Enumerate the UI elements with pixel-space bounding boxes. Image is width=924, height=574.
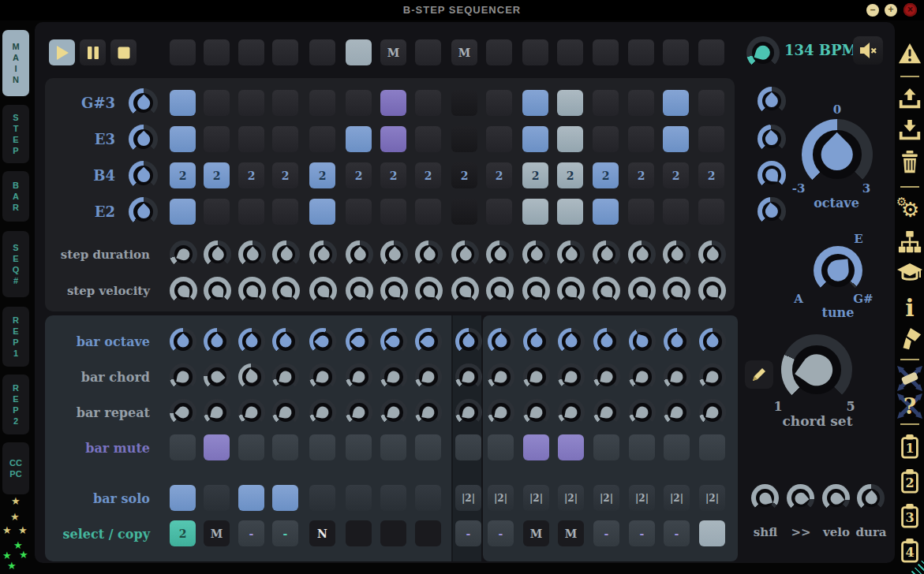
step-duration-knob-4[interactable] xyxy=(272,240,300,268)
bar-chord-knob-9[interactable] xyxy=(455,363,482,390)
step-E3-12[interactable] xyxy=(557,126,583,152)
step-velocity-knob-7[interactable] xyxy=(380,277,408,304)
top-step-16[interactable] xyxy=(698,39,724,65)
mini-knob-velo[interactable] xyxy=(822,484,850,512)
step-E3-1[interactable] xyxy=(170,126,196,152)
bar-chord-knob-5[interactable] xyxy=(309,363,336,390)
step-duration-knob-5[interactable] xyxy=(309,240,337,268)
bar-chord-knob-2[interactable] xyxy=(204,363,230,390)
bar-solo-8[interactable] xyxy=(415,485,441,511)
top-step-1[interactable] xyxy=(170,39,196,65)
step-G#3-3[interactable] xyxy=(238,90,264,116)
top-step-9[interactable]: M xyxy=(451,39,477,65)
bar-chord-knob-10[interactable] xyxy=(488,363,514,390)
row-octave-knob-2[interactable] xyxy=(758,125,786,153)
sidebar-tab-main[interactable]: MAIN xyxy=(2,30,29,96)
bar-repeat-knob-9[interactable] xyxy=(455,399,482,426)
note-row-knob-1[interactable] xyxy=(129,88,158,117)
bar-chord-knob-7[interactable] xyxy=(380,363,407,390)
sitemap-icon[interactable] xyxy=(896,228,923,256)
bar-octave-knob-11[interactable] xyxy=(523,328,550,355)
bar-mute-14[interactable] xyxy=(629,434,655,460)
bar-solo-1[interactable] xyxy=(170,485,196,511)
top-step-8[interactable] xyxy=(415,39,441,65)
select---copy-6[interactable] xyxy=(346,520,372,546)
step-B4-15[interactable]: 2 xyxy=(663,162,689,188)
step-velocity-knob-4[interactable] xyxy=(272,277,300,304)
row-octave-knob-3[interactable] xyxy=(758,161,786,189)
chord-edit-button[interactable] xyxy=(745,360,773,389)
bar-solo-2[interactable] xyxy=(204,485,230,511)
step-velocity-knob-10[interactable] xyxy=(486,277,514,304)
bar-repeat-knob-13[interactable] xyxy=(593,399,620,426)
select---copy-1[interactable]: 2 xyxy=(170,520,196,546)
step-E2-1[interactable] xyxy=(170,199,196,225)
top-step-15[interactable] xyxy=(663,39,689,65)
step-B4-11[interactable]: 2 xyxy=(522,162,548,188)
step-E2-5[interactable] xyxy=(309,199,335,225)
bar-octave-knob-16[interactable] xyxy=(699,328,726,355)
sidebar-tab-ccpc[interactable]: CCPC xyxy=(2,442,29,494)
bar-repeat-knob-2[interactable] xyxy=(204,399,230,426)
bar-chord-knob-6[interactable] xyxy=(346,363,372,390)
top-step-6[interactable] xyxy=(346,39,372,65)
select---copy-9[interactable]: - xyxy=(455,520,481,546)
step-E2-10[interactable] xyxy=(486,199,512,225)
stop-button[interactable] xyxy=(110,39,137,65)
bar-chord-knob-11[interactable] xyxy=(523,363,550,390)
step-G#3-13[interactable] xyxy=(593,90,619,116)
favorite-star-2-3[interactable]: ★ xyxy=(18,525,28,535)
step-velocity-knob-8[interactable] xyxy=(415,277,443,304)
learn-icon[interactable] xyxy=(896,259,923,288)
bar-mute-4[interactable] xyxy=(272,434,298,460)
step-B4-5[interactable]: 2 xyxy=(309,162,335,188)
info-icon[interactable]: i xyxy=(896,293,923,322)
step-B4-13[interactable]: 2 xyxy=(593,162,619,188)
bar-mute-6[interactable] xyxy=(346,434,372,460)
step-E3-6[interactable] xyxy=(346,126,372,152)
step-G#3-16[interactable] xyxy=(698,90,724,116)
step-G#3-9[interactable] xyxy=(451,90,477,116)
bar-mute-8[interactable] xyxy=(415,434,441,460)
step-velocity-knob-3[interactable] xyxy=(238,277,266,304)
step-velocity-knob-9[interactable] xyxy=(451,277,479,304)
select---copy-7[interactable] xyxy=(380,520,406,546)
clipboard-2-icon[interactable]: 2 xyxy=(896,467,923,495)
select---copy-10[interactable]: - xyxy=(488,520,514,546)
bar-mute-7[interactable] xyxy=(380,434,406,460)
select---copy-5[interactable]: N xyxy=(309,520,335,546)
bar-mute-9[interactable] xyxy=(455,434,481,460)
top-step-12[interactable] xyxy=(557,39,583,65)
step-E3-9[interactable] xyxy=(451,126,477,152)
bar-chord-knob-8[interactable] xyxy=(415,363,442,390)
bar-repeat-knob-11[interactable] xyxy=(523,399,550,426)
sidebar-tab-rep2[interactable]: REP2 xyxy=(2,375,29,434)
step-E3-16[interactable] xyxy=(698,126,724,152)
step-velocity-knob-11[interactable] xyxy=(522,277,550,304)
maximize-button[interactable]: + xyxy=(885,4,897,17)
bar-octave-knob-5[interactable] xyxy=(309,328,336,355)
bar-octave-knob-15[interactable] xyxy=(664,328,690,355)
mini-knob-dura[interactable] xyxy=(857,484,885,512)
bar-repeat-knob-1[interactable] xyxy=(170,399,196,426)
step-G#3-6[interactable] xyxy=(346,90,372,116)
bar-solo-12[interactable]: |2| xyxy=(558,485,584,511)
select---copy-15[interactable]: - xyxy=(664,520,690,546)
settings-icon[interactable]: ⚙⚙ xyxy=(896,196,923,224)
sidebar-tab-rep1[interactable]: REP1 xyxy=(2,307,29,367)
step-duration-knob-13[interactable] xyxy=(593,240,620,268)
bar-repeat-knob-8[interactable] xyxy=(415,399,442,426)
step-velocity-knob-15[interactable] xyxy=(663,277,690,304)
bar-mute-11[interactable] xyxy=(523,434,549,460)
bar-octave-knob-8[interactable] xyxy=(415,328,442,355)
bar-solo-14[interactable]: |2| xyxy=(629,485,655,511)
step-G#3-14[interactable] xyxy=(628,90,654,116)
bar-chord-knob-3[interactable] xyxy=(238,363,265,390)
select---copy-12[interactable]: M xyxy=(558,520,584,546)
note-row-knob-2[interactable] xyxy=(129,125,158,154)
bar-solo-3[interactable] xyxy=(238,485,264,511)
pause-button[interactable] xyxy=(80,39,106,65)
step-B4-6[interactable]: 2 xyxy=(346,162,372,188)
step-duration-knob-11[interactable] xyxy=(522,240,550,268)
step-E3-13[interactable] xyxy=(593,126,619,152)
